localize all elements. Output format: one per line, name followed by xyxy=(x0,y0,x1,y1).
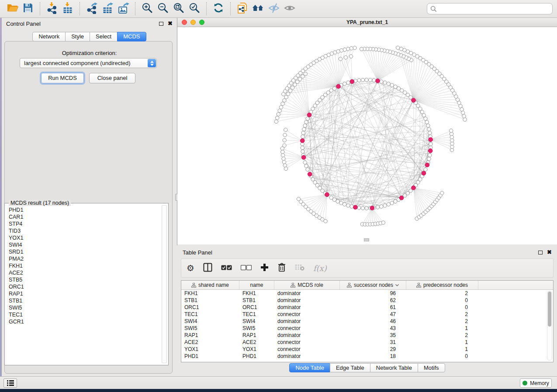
trash-icon xyxy=(277,262,286,274)
network-graph[interactable] xyxy=(177,27,557,244)
delete-table-button-disabled[interactable] xyxy=(295,261,304,275)
import-network-button[interactable] xyxy=(44,2,60,16)
control-panel-tabs: Network Style Select MCDS xyxy=(2,32,177,41)
mcds-result-item[interactable]: SWI4 xyxy=(9,241,160,248)
mcds-result-item[interactable]: TEC1 xyxy=(9,311,160,318)
criterion-dropdown[interactable]: largest connected component (undirected) xyxy=(20,58,157,68)
search-box[interactable] xyxy=(427,3,553,14)
tab-motifs[interactable]: Motifs xyxy=(418,363,445,372)
hide-selected-button[interactable] xyxy=(266,2,282,16)
table-row[interactable]: ORC1ORC1dominator610 xyxy=(181,304,546,311)
search-input[interactable] xyxy=(439,4,549,13)
eye-slash-icon xyxy=(268,3,280,15)
tab-node-table[interactable]: Node Table xyxy=(289,363,330,372)
select-all-columns-button[interactable] xyxy=(221,261,232,275)
mcds-result-box: MCDS result (17 nodes) PHD1 CAR1 STP4 TI… xyxy=(4,203,169,365)
import-table-button[interactable] xyxy=(60,2,76,16)
save-session-button[interactable] xyxy=(20,2,36,16)
table-row[interactable]: FKH1FKH1dominator962 xyxy=(181,290,546,297)
mcds-result-item[interactable]: PMA2 xyxy=(9,255,160,262)
column-header-predecessor-nodes[interactable]: predecessor nodes xyxy=(406,281,478,289)
tab-select[interactable]: Select xyxy=(90,32,118,41)
mcds-result-item[interactable]: ORC1 xyxy=(9,283,160,290)
open-file-button[interactable] xyxy=(4,2,20,16)
column-type-icon xyxy=(191,283,196,288)
tab-network[interactable]: Network xyxy=(32,32,66,41)
mcds-result-item[interactable]: PHD1 xyxy=(9,206,160,213)
zoom-out-button[interactable] xyxy=(155,2,171,16)
float-panel-icon[interactable] xyxy=(538,251,543,254)
status-list-button[interactable] xyxy=(3,378,17,388)
mcds-result-item[interactable]: STP4 xyxy=(9,220,160,227)
table-row[interactable]: PHD1PHD1dominator180 xyxy=(181,353,546,360)
tab-mcds[interactable]: MCDS xyxy=(117,32,146,41)
table-row[interactable]: SWI5SWI5connector431 xyxy=(181,325,546,332)
table-panel: Table Panel ✖ ⚙ f(x) shared name name MC… xyxy=(177,247,557,376)
delete-table-icon xyxy=(295,264,304,272)
export-image-button[interactable] xyxy=(115,2,131,16)
float-panel-icon[interactable] xyxy=(159,22,163,26)
tab-style[interactable]: Style xyxy=(65,32,90,41)
import-network-icon xyxy=(46,2,58,16)
table-scrollbar-thumb[interactable] xyxy=(548,292,551,327)
mcds-result-item[interactable]: CAR1 xyxy=(9,213,160,220)
tab-network-table[interactable]: Network Table xyxy=(370,363,418,372)
table-row[interactable]: RAP1RAP1dominator352 xyxy=(181,332,546,339)
table-row[interactable]: STB1STB1dominator620 xyxy=(181,297,546,304)
column-header-mcds-role[interactable]: MCDS role xyxy=(274,281,340,289)
mcds-result-item[interactable]: TID3 xyxy=(9,227,160,234)
close-panel-icon[interactable]: ✖ xyxy=(168,21,173,26)
zoom-selected-button[interactable] xyxy=(187,2,202,16)
clone-network-button[interactable] xyxy=(235,2,250,16)
show-columns-button[interactable] xyxy=(203,261,212,275)
mcds-result-item[interactable]: YOX1 xyxy=(9,234,160,241)
zoom-selected-icon xyxy=(189,2,200,15)
export-network-button[interactable] xyxy=(84,2,100,16)
list-icon xyxy=(7,380,14,386)
delete-column-button[interactable] xyxy=(277,261,286,275)
close-panel-icon[interactable]: ✖ xyxy=(547,250,552,254)
create-column-button[interactable] xyxy=(260,261,269,275)
show-all-button[interactable] xyxy=(282,2,298,16)
first-neighbors-button[interactable] xyxy=(250,2,266,16)
status-bar: Memory xyxy=(0,376,557,389)
mcds-result-item[interactable]: ACE2 xyxy=(9,269,160,276)
table-row[interactable]: SWI4SWI4dominator462 xyxy=(181,318,546,325)
clone-network-icon xyxy=(237,2,248,16)
result-scrollbar-track[interactable] xyxy=(162,205,167,363)
zoom-in-button[interactable] xyxy=(139,2,155,16)
deselect-all-columns-button[interactable] xyxy=(241,261,252,275)
mcds-result-item[interactable]: RAP1 xyxy=(9,290,160,297)
mcds-result-item[interactable]: STB1 xyxy=(9,297,160,304)
table-header-row: shared name name MCDS role successor nod… xyxy=(181,281,553,290)
horizontal-splitter-handle[interactable] xyxy=(364,238,369,241)
mcds-result-item[interactable]: SRD1 xyxy=(9,248,160,255)
function-builder-button-disabled[interactable]: f(x) xyxy=(313,261,327,275)
unchecked-boxes-icon xyxy=(241,264,252,272)
refresh-layout-button[interactable] xyxy=(211,2,226,16)
mcds-result-item[interactable]: STB5 xyxy=(9,276,160,283)
mcds-result-item[interactable]: FKH1 xyxy=(9,262,160,269)
refresh-icon xyxy=(213,2,224,15)
mcds-result-item[interactable]: SWI5 xyxy=(9,304,160,311)
table-row[interactable]: ACE2ACE2connector311 xyxy=(181,339,546,346)
search-icon xyxy=(430,6,437,12)
table-settings-button[interactable]: ⚙ xyxy=(187,261,194,275)
table-row[interactable]: TEC1TEC1connector472 xyxy=(181,311,546,318)
network-window: YPA_prune.txt_1 xyxy=(177,18,557,244)
column-header-successor-nodes[interactable]: successor nodes xyxy=(340,281,406,289)
close-panel-button[interactable]: Close panel xyxy=(89,73,135,83)
zoom-fit-button[interactable] xyxy=(171,2,187,16)
column-header-shared-name[interactable]: shared name xyxy=(181,281,239,289)
run-mcds-button[interactable]: Run MCDS xyxy=(41,73,84,83)
export-table-button[interactable] xyxy=(100,2,115,16)
column-header-name[interactable]: name xyxy=(239,281,274,289)
control-panel-titlebar: Control Panel ✖ xyxy=(2,18,177,29)
table-row[interactable]: YOX1YOX1connector291 xyxy=(181,346,546,353)
mcds-result-item[interactable]: GCR1 xyxy=(9,318,160,325)
table-scrollbar-track[interactable] xyxy=(547,291,552,361)
tab-edge-table[interactable]: Edge Table xyxy=(330,363,370,372)
memory-button[interactable]: Memory xyxy=(520,378,552,388)
table-panel-title: Table Panel xyxy=(183,249,212,256)
toolbar-separator xyxy=(80,2,80,15)
